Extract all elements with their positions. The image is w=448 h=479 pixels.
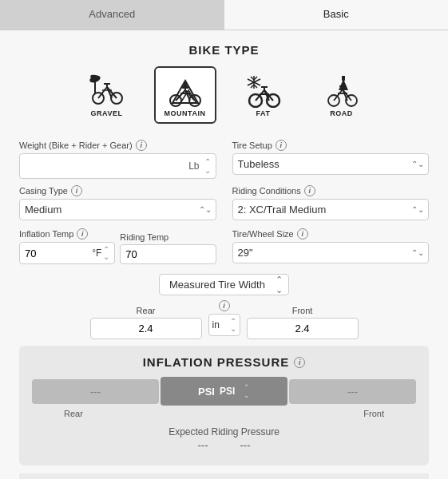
inflation-pressure-section: INFLATION PRESSURE i --- PSI PSI BAR kPa… [19,346,429,465]
svg-rect-38 [342,76,345,81]
road-icon [320,73,363,108]
tire-setup-field: Tire Setup i Tubeless Tube [232,140,430,179]
weight-field: Weight (Bike + Rider + Gear) i Lb ⌃⌄ [19,140,216,179]
unit-select-wrap: in mm ⌃⌄ [208,314,240,336]
measured-width-row: Measured Tire Width Stated Tire Width ⌃⌄ [159,274,289,295]
tab-basic[interactable]: Basic [224,0,449,30]
gravel-label: GRAVEL [91,109,123,117]
bike-type-gravel[interactable]: GRAVEL [76,66,138,124]
front-pressure-label: Front [363,409,384,418]
temp-group: Inflation Temp i °F °C ⌃⌄ [19,228,216,264]
rear-label: Rear [137,306,156,315]
rear-front-row: Rear i in mm ⌃⌄ Front [19,300,429,339]
tire-wheel-size-info-icon[interactable]: i [297,228,308,240]
front-label: Front [292,306,313,315]
measured-width-section: Measured Tire Width Stated Tire Width ⌃⌄… [19,274,429,339]
expected-values: --- --- [32,439,416,451]
bike-type-mountain[interactable]: MOUNTAIN [154,66,216,124]
inflation-title: INFLATION PRESSURE [143,355,290,369]
road-label: ROAD [330,109,353,117]
casing-type-select-wrap: Light Medium Heavy [19,199,216,220]
inflation-temp-input[interactable] [25,247,92,259]
tab-bar: Advanced Basic [0,0,448,30]
inflation-temp-label: Inflation Temp i [19,228,115,240]
svg-marker-37 [339,79,348,90]
width-unit-select[interactable]: in mm [212,319,228,331]
main-content: BIKE TYPE [0,30,448,479]
expected-pressure-row: Expected Riding Pressure --- --- [32,426,416,451]
fat-icon [242,73,285,108]
warning-section: Warning: never exceed maximum or minimum… [19,473,429,479]
front-input[interactable] [254,323,351,335]
pressure-bar: --- PSI PSI BAR kPa ⌃⌄ --- [32,377,416,406]
expected-front: --- [240,439,251,451]
tire-setup-label: Tire Setup i [232,140,430,151]
inflation-title-row: INFLATION PRESSURE i [32,355,416,369]
weight-unit-chevron[interactable]: ⌃⌄ [204,157,211,175]
bike-type-road[interactable]: ROAD [311,66,373,124]
inflation-temp-info-icon[interactable]: i [77,228,88,240]
form-grid: Weight (Bike + Rider + Gear) i Lb ⌃⌄ Tir… [19,140,429,220]
tire-wheel-size-select-wrap: 26" 27.5" 29" [232,242,430,263]
weight-unit: Lb [188,160,199,172]
expected-rear: --- [198,439,208,451]
riding-conditions-label: Riding Conditions i [232,185,430,196]
inflation-info-icon[interactable]: i [294,357,305,368]
svg-line-31 [256,90,264,101]
width-info-icon[interactable]: i [219,300,230,311]
rear-pressure-segment: --- [32,379,159,404]
measured-width-select-wrap: Measured Tire Width Stated Tire Width ⌃⌄ [159,274,289,295]
riding-temp-input[interactable] [125,248,210,260]
riding-conditions-info-icon[interactable]: i [304,185,315,196]
rear-field: Rear [90,306,202,339]
weight-input[interactable] [25,160,188,172]
riding-conditions-field: Riding Conditions i 1: XC/Trail Light 2:… [232,185,430,220]
casing-info-icon[interactable]: i [71,185,82,196]
rear-pressure-label: Rear [64,409,83,418]
temp-unit-select[interactable]: °F °C [92,247,103,259]
weight-info-icon[interactable]: i [136,140,147,151]
riding-conditions-select-wrap: 1: XC/Trail Light 2: XC/Trail Medium 3: … [232,199,430,220]
riding-temp-input-wrap [120,244,216,264]
tire-wheel-size-select[interactable]: 26" 27.5" 29" [232,242,430,263]
pressure-unit-select[interactable]: PSI BAR kPa [220,386,240,397]
expected-label: Expected Riding Pressure [32,426,416,437]
casing-type-label: Casing Type i [19,185,216,196]
weight-input-wrap: Lb ⌃⌄ [19,153,216,179]
casing-type-select[interactable]: Light Medium Heavy [19,199,216,220]
riding-temp-label: Riding Temp [120,232,216,242]
mountain-label: MOUNTAIN [165,109,206,117]
gravel-icon [85,73,129,108]
bike-type-selector: GRAVEL [19,66,429,124]
rear-input[interactable] [97,323,195,335]
casing-type-field: Casing Type i Light Medium Heavy [19,185,216,220]
bike-type-title: BIKE TYPE [19,43,429,57]
rf-center: i in mm ⌃⌄ [202,300,247,339]
rear-input-wrap [90,318,202,339]
unit-label: PSI [198,386,215,398]
riding-conditions-select[interactable]: 1: XC/Trail Light 2: XC/Trail Medium 3: … [232,199,430,220]
pressure-labels: Rear Front [32,409,416,418]
front-pressure-segment: --- [289,379,416,404]
weight-label: Weight (Bike + Rider + Gear) i [19,140,216,151]
tire-setup-info-icon[interactable]: i [276,140,287,151]
tire-setup-select[interactable]: Tubeless Tube [232,153,430,175]
front-input-wrap [247,318,359,339]
measured-width-select[interactable]: Measured Tire Width Stated Tire Width [159,274,289,295]
front-field: Front [247,306,359,339]
bike-type-fat[interactable]: FAT [232,66,295,124]
unit-segment: PSI PSI BAR kPa ⌃⌄ [161,377,287,406]
tire-wheel-size-field: Tire/Wheel Size i 26" 27.5" 29" [232,228,430,264]
tire-setup-select-wrap: Tubeless Tube [232,153,430,175]
mountain-icon [164,73,207,108]
tab-advanced[interactable]: Advanced [0,0,224,30]
fat-label: FAT [256,109,271,117]
tire-wheel-size-label: Tire/Wheel Size i [232,228,430,240]
inflation-temp-input-wrap: °F °C ⌃⌄ [19,242,115,264]
bottom-form-row: Inflation Temp i °F °C ⌃⌄ [19,228,429,264]
